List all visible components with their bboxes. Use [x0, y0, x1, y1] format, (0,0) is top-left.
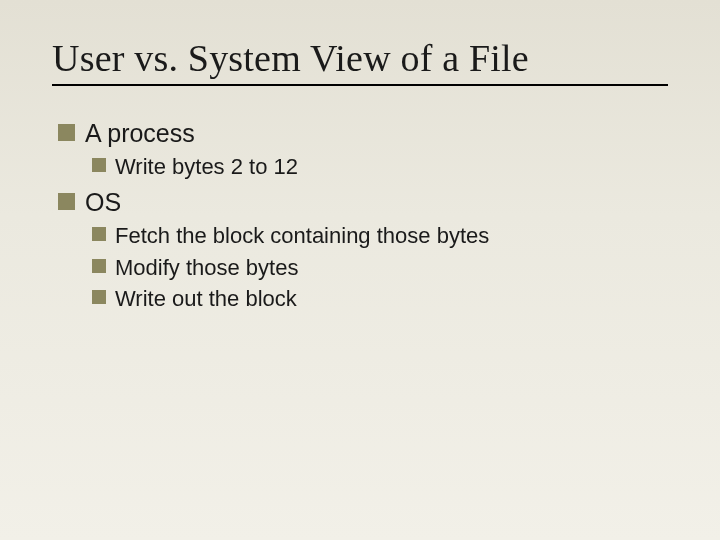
square-bullet-icon [58, 124, 75, 141]
list-item-label: Write bytes 2 to 12 [115, 153, 298, 181]
list-item-label: Modify those bytes [115, 254, 298, 282]
list-item: Write out the block [92, 285, 668, 313]
list-item-label: OS [85, 187, 121, 218]
square-bullet-icon [92, 259, 106, 273]
list-item: OS [58, 187, 668, 218]
list-item: Fetch the block containing those bytes [92, 222, 668, 250]
square-bullet-icon [92, 227, 106, 241]
slide-content: A process Write bytes 2 to 12 OS Fetch t… [52, 118, 668, 313]
square-bullet-icon [58, 193, 75, 210]
list-item-label: Fetch the block containing those bytes [115, 222, 489, 250]
title-underline [52, 84, 668, 86]
square-bullet-icon [92, 290, 106, 304]
list-item-label: A process [85, 118, 195, 149]
list-item: Write bytes 2 to 12 [92, 153, 668, 181]
list-item: Modify those bytes [92, 254, 668, 282]
square-bullet-icon [92, 158, 106, 172]
slide-title: User vs. System View of a File [52, 36, 668, 80]
list-item-label: Write out the block [115, 285, 297, 313]
list-item: A process [58, 118, 668, 149]
slide: User vs. System View of a File A process… [0, 0, 720, 540]
